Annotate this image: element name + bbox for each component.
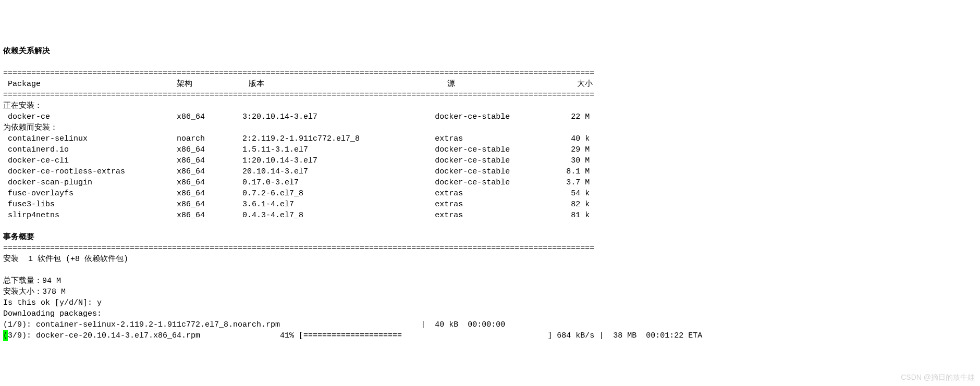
total-download: 总下载量：94 M: [3, 277, 61, 285]
watermark: CSDN @摘日的放牛娃: [901, 372, 975, 383]
table-header: Package 架构 版本 源 大小: [3, 80, 593, 89]
downloading-packages: Downloading packages:: [3, 309, 102, 318]
cursor-icon: (: [3, 330, 8, 341]
package-row: docker-ce-rootless-extras x86_64 20.10.1…: [3, 167, 590, 176]
package-row: docker-ce-cli x86_64 1:20.10.14-3.el7 do…: [3, 156, 590, 165]
install-summary: 安装 1 软件包 (+8 依赖软件包): [3, 255, 128, 264]
download-progress-line: (3/9): docker-ce-20.10.14-3.el7.x86_64.r…: [3, 331, 702, 340]
section-installing: 正在安装：: [3, 102, 42, 110]
package-row: docker-scan-plugin x86_64 0.17.0-3.el7 d…: [3, 178, 590, 187]
package-row: fuse3-libs x86_64 3.6.1-4.el7 extras 82 …: [3, 200, 590, 209]
installed-size: 安装大小：378 M: [3, 288, 66, 296]
resolving-deps: 依赖关系解决: [3, 47, 50, 56]
package-row: container-selinux noarch 2:2.119.2-1.911…: [3, 134, 590, 143]
section-installing-deps: 为依赖而安装：: [3, 123, 58, 132]
transaction-summary: 事务概要: [3, 233, 34, 242]
rule: ========================================…: [3, 91, 594, 99]
package-row: docker-ce x86_64 3:20.10.14-3.el7 docker…: [3, 113, 590, 121]
terminal-output: 依赖关系解决 =================================…: [3, 46, 977, 341]
package-row: slirp4netns x86_64 0.4.3-4.el7_8 extras …: [3, 211, 590, 220]
download-done-line: (1/9): container-selinux-2.119.2-1.911c7…: [3, 320, 505, 329]
package-row: containerd.io x86_64 1.5.11-3.1.el7 dock…: [3, 145, 590, 154]
rule: ========================================…: [3, 244, 594, 253]
package-row: fuse-overlayfs x86_64 0.7.2-6.el7_8 extr…: [3, 189, 590, 198]
confirm-prompt[interactable]: Is this ok [y/d/N]: y: [3, 298, 102, 307]
rule: ========================================…: [3, 69, 594, 78]
